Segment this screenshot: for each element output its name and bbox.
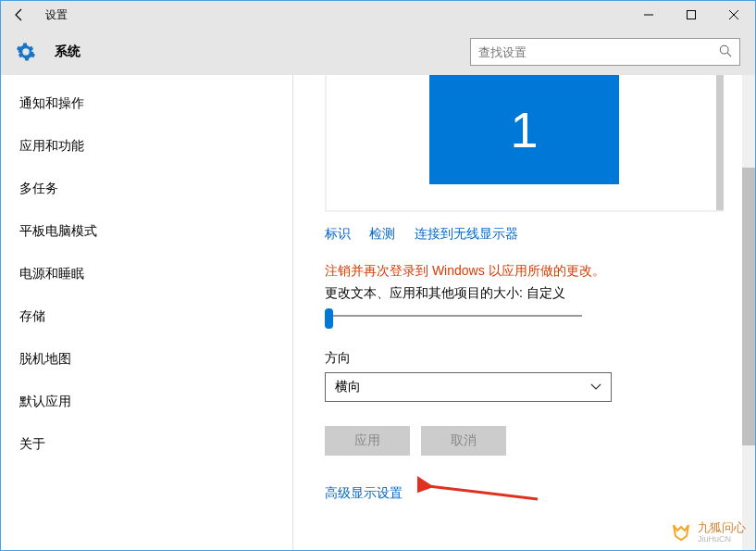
svg-line-5 [727, 53, 731, 56]
main-scrollbar[interactable] [742, 75, 755, 551]
gear-icon [16, 42, 36, 62]
apply-button[interactable]: 应用 [325, 426, 410, 456]
sidebar-item-notifications[interactable]: 通知和操作 [1, 82, 292, 125]
orientation-dropdown[interactable]: 横向 [325, 372, 612, 402]
sidebar-item-default-apps[interactable]: 默认应用 [1, 381, 292, 423]
advanced-display-link[interactable]: 高级显示设置 [325, 485, 724, 502]
orientation-value: 横向 [335, 379, 590, 395]
sidebar-item-label: 多任务 [19, 181, 58, 195]
fox-icon [670, 521, 692, 544]
watermark: 九狐问心 JiuHuCN [670, 520, 746, 545]
chevron-down-icon [590, 381, 601, 394]
display-links-row: 标识 检测 连接到无线显示器 [325, 225, 724, 243]
sidebar-item-storage[interactable]: 存储 [1, 295, 292, 338]
slider-track [325, 315, 582, 317]
section-title: 系统 [55, 44, 81, 60]
main-scrollbar-thumb[interactable] [742, 168, 755, 445]
cancel-button[interactable]: 取消 [421, 426, 506, 456]
sidebar-item-tablet-mode[interactable]: 平板电脑模式 [1, 210, 292, 253]
main-panel: 1 标识 检测 连接到无线显示器 注销并再次登录到 Windows 以应用所做的… [293, 75, 755, 551]
sidebar-item-label: 存储 [19, 308, 45, 323]
search-icon [719, 44, 732, 60]
monitor-tile[interactable]: 1 [429, 75, 619, 184]
sidebar-item-label: 电源和睡眠 [19, 266, 84, 281]
sidebar-item-multitasking[interactable]: 多任务 [1, 168, 292, 210]
sidebar-item-about[interactable]: 关于 [1, 423, 292, 466]
monitor-number: 1 [510, 101, 538, 158]
maximize-button[interactable] [670, 1, 713, 29]
back-button[interactable] [1, 1, 38, 29]
slider-thumb[interactable] [325, 308, 333, 329]
minimize-button[interactable] [627, 1, 670, 29]
search-input[interactable] [478, 45, 719, 59]
relogin-warning: 注销并再次登录到 Windows 以应用所做的更改。 [325, 263, 724, 280]
sidebar-item-apps-features[interactable]: 应用和功能 [1, 125, 292, 168]
sidebar-item-label: 关于 [19, 436, 45, 451]
titlebar: 设置 [1, 1, 755, 29]
preview-scrollbar[interactable] [716, 75, 724, 210]
wireless-display-link[interactable]: 连接到无线显示器 [415, 226, 518, 241]
scaling-label: 更改文本、应用和其他项目的大小: 自定义 [325, 285, 724, 302]
scaling-slider[interactable] [325, 307, 582, 326]
svg-rect-1 [688, 11, 696, 19]
sidebar-item-label: 应用和功能 [19, 138, 84, 153]
identify-link[interactable]: 标识 [325, 226, 351, 241]
svg-point-4 [720, 45, 728, 54]
sidebar-item-label: 脱机地图 [19, 351, 71, 366]
sidebar-item-label: 通知和操作 [19, 95, 84, 110]
button-row: 应用 取消 [325, 426, 724, 456]
header: 系统 [1, 29, 755, 75]
search-box[interactable] [470, 38, 740, 66]
orientation-label: 方向 [325, 350, 724, 367]
window-title: 设置 [38, 7, 68, 23]
watermark-en: JiuHuCN [698, 534, 746, 545]
sidebar-item-label: 平板电脑模式 [19, 223, 97, 238]
sidebar-item-label: 默认应用 [19, 394, 71, 408]
sidebar-item-power-sleep[interactable]: 电源和睡眠 [1, 253, 292, 295]
watermark-cn: 九狐问心 [698, 520, 746, 535]
display-preview: 1 [325, 75, 724, 212]
sidebar-item-offline-maps[interactable]: 脱机地图 [1, 338, 292, 381]
sidebar: 通知和操作 应用和功能 多任务 平板电脑模式 电源和睡眠 存储 脱机地图 默认应… [1, 75, 293, 551]
close-button[interactable] [713, 1, 755, 29]
detect-link[interactable]: 检测 [369, 226, 395, 241]
